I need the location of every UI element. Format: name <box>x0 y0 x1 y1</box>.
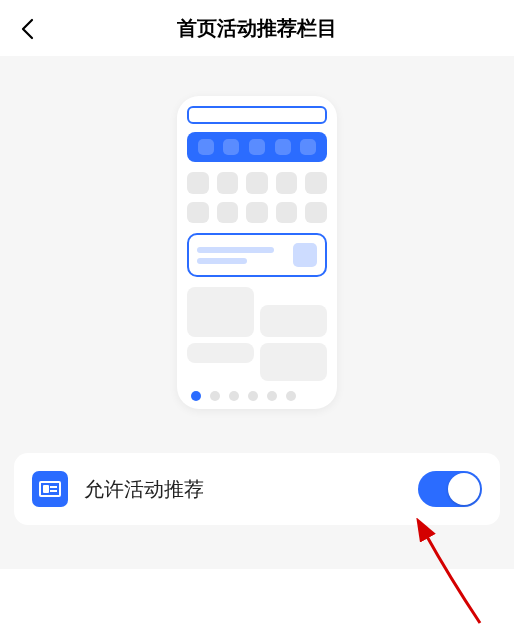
preview-quick-row <box>187 132 327 162</box>
content-area: 允许活动推荐 <box>0 56 514 569</box>
setting-row-allow-recommend: 允许活动推荐 <box>14 453 500 525</box>
preview-recommend-card <box>187 233 327 277</box>
preview-page-dots <box>187 391 327 401</box>
preview-search-bar <box>187 106 327 124</box>
page-title: 首页活动推荐栏目 <box>16 15 498 42</box>
phone-preview <box>177 96 337 409</box>
chevron-left-icon <box>20 18 34 40</box>
back-button[interactable] <box>20 18 34 44</box>
header: 首页活动推荐栏目 <box>0 0 514 56</box>
preview-feed <box>187 287 327 381</box>
preview-app-grid <box>187 172 327 223</box>
setting-label: 允许活动推荐 <box>84 476 418 503</box>
card-icon <box>32 471 68 507</box>
allow-recommend-toggle[interactable] <box>418 471 482 507</box>
